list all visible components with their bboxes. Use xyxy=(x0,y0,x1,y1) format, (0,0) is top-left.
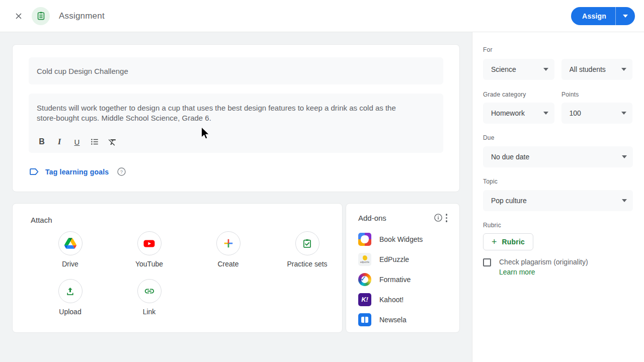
addon-label: Book Widgets xyxy=(379,235,423,243)
kahoot-icon-text: K! xyxy=(361,296,368,303)
practice-sets-icon xyxy=(295,231,319,255)
youtube-icon xyxy=(137,231,162,255)
addons-card: Add-ons Book Widg xyxy=(346,203,460,333)
description-field[interactable]: Students will work together to design a … xyxy=(29,94,443,153)
addon-formative[interactable]: ✓ Formative xyxy=(358,269,450,290)
rubric-label: Rubric xyxy=(483,222,632,229)
chevron-down-icon xyxy=(622,155,627,158)
description-text: Students will work together to design a … xyxy=(37,103,413,123)
assignment-clipboard-icon xyxy=(36,11,46,21)
info-icon xyxy=(434,213,443,222)
attach-practice-sets-label: Practice sets xyxy=(287,260,327,268)
close-icon xyxy=(14,12,23,21)
plagiarism-row: Check plagarism (originality) Learn more xyxy=(483,258,632,277)
plagiarism-label: Check plagarism (originality) xyxy=(499,258,588,266)
main-canvas: Students will work together to design a … xyxy=(0,32,472,362)
tag-icon xyxy=(29,166,39,177)
edpuzzle-icon: edpuzzle xyxy=(358,253,371,266)
formative-icon: ✓ xyxy=(358,273,371,286)
chevron-down-icon xyxy=(622,199,627,202)
grade-points-labels: Grade category Points xyxy=(483,91,632,103)
topbar: Assignment Assign xyxy=(0,0,644,32)
topic-label: Topic xyxy=(483,178,632,185)
class-select[interactable]: Science xyxy=(483,59,554,80)
attach-card: Attach Dr xyxy=(12,203,343,333)
assign-button[interactable]: Assign xyxy=(571,7,615,25)
addon-label: Formative xyxy=(379,276,411,284)
bulleted-list-button[interactable] xyxy=(90,137,100,147)
points-select[interactable]: 100 xyxy=(561,103,633,124)
attach-drive-button[interactable]: Drive xyxy=(31,231,110,268)
title-input[interactable] xyxy=(29,57,443,84)
addons-header: Add-ons xyxy=(358,213,450,223)
newsela-icon xyxy=(358,313,371,326)
addons-info-button[interactable] xyxy=(434,213,443,222)
addons-title: Add-ons xyxy=(358,214,434,222)
chevron-down-icon xyxy=(543,68,548,71)
add-rubric-button[interactable]: + Rubric xyxy=(483,233,533,250)
chevron-down-icon xyxy=(621,112,626,115)
attach-link-button[interactable]: Link xyxy=(110,279,189,316)
tag-learning-goals-label: Tag learning goals xyxy=(45,168,109,176)
bold-button[interactable]: B xyxy=(37,137,47,147)
book-widgets-icon xyxy=(358,233,371,246)
settings-sidebar: For Science All students Grade category … xyxy=(472,32,644,362)
attach-grid: Drive YouTube xyxy=(31,231,342,327)
addons-overflow-menu-button[interactable] xyxy=(443,213,451,223)
topic-value: Pop culture xyxy=(491,197,622,205)
attach-create-button[interactable]: Create xyxy=(189,231,268,268)
kahoot-icon: K! xyxy=(358,293,371,306)
addon-label: Newsela xyxy=(379,316,407,324)
tag-learning-goals-row: Tag learning goals ? xyxy=(29,166,443,177)
due-value: No due date xyxy=(491,153,622,161)
class-select-value: Science xyxy=(491,65,543,73)
plagiarism-checkbox[interactable] xyxy=(483,258,491,266)
rubric-button-label: Rubric xyxy=(502,238,525,246)
topic-select[interactable]: Pop culture xyxy=(483,190,633,211)
addon-book-widgets[interactable]: Book Widgets xyxy=(358,229,450,249)
assign-dropdown-button[interactable] xyxy=(616,7,635,25)
formatting-toolbar: B I U xyxy=(37,137,435,147)
help-icon: ? xyxy=(117,167,126,176)
chevron-down-icon xyxy=(621,68,626,71)
underline-button[interactable]: U xyxy=(72,137,82,147)
attach-upload-button[interactable]: Upload xyxy=(31,279,110,316)
points-label: Points xyxy=(561,91,579,98)
attach-drive-label: Drive xyxy=(62,260,78,268)
addon-kahoot[interactable]: K! Kahoot! xyxy=(358,290,450,310)
addons-list: Book Widgets edpuzzle EdPuzzle ✓ Formati… xyxy=(358,229,450,330)
create-plus-icon xyxy=(216,231,240,255)
addon-edpuzzle[interactable]: edpuzzle EdPuzzle xyxy=(358,249,450,269)
italic-button[interactable]: I xyxy=(54,137,64,147)
google-drive-icon xyxy=(58,231,83,255)
chevron-down-icon xyxy=(543,112,548,115)
for-row: Science All students xyxy=(483,59,632,80)
bulleted-list-icon xyxy=(90,137,99,146)
attach-youtube-label: YouTube xyxy=(135,260,163,268)
learn-more-link[interactable]: Learn more xyxy=(499,268,535,276)
page-title: Assignment xyxy=(59,11,105,21)
kebab-icon xyxy=(446,214,448,216)
clear-formatting-icon xyxy=(108,137,117,147)
addon-newsela[interactable]: Newsela xyxy=(358,310,450,330)
students-select[interactable]: All students xyxy=(561,59,633,80)
addon-label: Kahoot! xyxy=(379,296,404,304)
due-select[interactable]: No due date xyxy=(483,146,633,167)
tag-learning-goals-button[interactable]: Tag learning goals xyxy=(29,166,109,177)
help-button[interactable]: ? xyxy=(117,167,126,176)
attach-link-label: Link xyxy=(143,308,156,316)
attach-header: Attach xyxy=(31,216,342,224)
clear-formatting-button[interactable] xyxy=(107,137,117,147)
points-value: 100 xyxy=(570,109,622,117)
attach-practice-sets-button[interactable]: Practice sets xyxy=(268,231,347,268)
plagiarism-text-block: Check plagarism (originality) Learn more xyxy=(499,258,588,277)
attach-addons-row: Attach Dr xyxy=(12,203,460,333)
close-button[interactable] xyxy=(9,6,29,26)
upload-icon xyxy=(58,279,83,303)
addon-label: EdPuzzle xyxy=(379,255,409,263)
attach-youtube-button[interactable]: YouTube xyxy=(110,231,189,268)
assignment-editor: Assignment Assign Students will work tog… xyxy=(0,0,644,362)
grade-category-label: Grade category xyxy=(483,91,554,98)
grade-category-select[interactable]: Homework xyxy=(483,103,554,124)
plus-icon: + xyxy=(492,237,497,246)
